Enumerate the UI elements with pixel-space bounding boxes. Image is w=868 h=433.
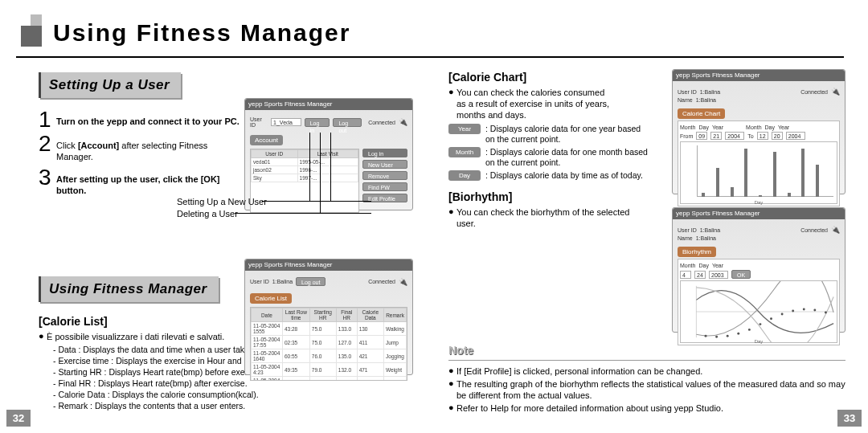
- user-id-label: User ID: [250, 116, 268, 128]
- ok-button[interactable]: OK: [731, 270, 751, 279]
- to-month[interactable]: 12: [757, 132, 768, 140]
- leader-line: [262, 201, 371, 202]
- table-row[interactable]: 11-05-2004 4:2349:3579.0132.0471Weight: [252, 363, 407, 377]
- table-row[interactable]: jason021996-...: [252, 166, 358, 174]
- biorhythm-chart: Day: [680, 280, 837, 343]
- page-title: Using Fitness Manager: [53, 19, 350, 47]
- table-row[interactable]: 11-05-2004 155543:2875.0133.0130Walking: [252, 322, 407, 336]
- note-heading: Note: [448, 341, 845, 357]
- svg-point-8: [770, 317, 772, 320]
- chart-bar: [759, 195, 762, 197]
- to-label: To: [747, 133, 753, 139]
- chart-bar: [702, 193, 705, 197]
- bio-year[interactable]: 2003: [709, 271, 728, 279]
- step-number: 3: [39, 167, 56, 186]
- step-number: 2: [39, 133, 56, 153]
- section-using-fitness-manager: Using Fitness Manager: [39, 276, 219, 302]
- step-text: Click [Account] after selecting Fitness …: [56, 133, 241, 162]
- pill-month: Month: [448, 147, 481, 157]
- window-titlebar: yepp Sports Fitness Manager: [245, 259, 412, 271]
- chart-bar: [801, 149, 805, 197]
- to-day[interactable]: 20: [772, 132, 783, 140]
- bio-month[interactable]: 4: [680, 271, 691, 279]
- logout-button[interactable]: Log out: [296, 277, 326, 286]
- table-row[interactable]: 11-05-2004 12:5508:2075.8132.0475Cycling: [252, 377, 407, 382]
- user-id-value: 1:Balina: [272, 279, 293, 284]
- pill-day: Day: [448, 170, 481, 181]
- to-year[interactable]: 2004: [786, 132, 805, 140]
- section-setting-up-user: Setting Up a User: [39, 72, 181, 98]
- calorie-chart-intro-line1: You can check the calories consumed: [457, 88, 604, 97]
- connected-label: Connected: [368, 279, 395, 284]
- callout-new-user: Setting Up a New User: [177, 197, 267, 206]
- screenshot-calorie-chart: yepp Sports Fitness Manager User ID 1:Ba…: [672, 69, 845, 194]
- svg-point-11: [803, 308, 805, 311]
- tab-calorie-chart[interactable]: Calorie Chart: [678, 108, 725, 119]
- screenshot-account: yepp Sports Fitness Manager User ID 1_Ve…: [244, 98, 413, 210]
- note-item: The resulting graph of the biorhythm ref…: [457, 378, 845, 401]
- window-titlebar: yepp Sports Fitness Manager: [673, 208, 845, 219]
- svg-point-9: [781, 312, 784, 315]
- user-table: User IDLast Visit veda011995-05-... jaso…: [251, 149, 358, 182]
- biorhythm-intro: You can check the biorhythm of the selec…: [457, 206, 637, 229]
- table-row[interactable]: 11-05-2004 17:5502:3575.0127.0411Jump: [252, 336, 407, 349]
- tab-calorie-list[interactable]: Calorie List: [250, 293, 292, 304]
- page-number-left: 32: [6, 410, 31, 427]
- connection-icon: 🔌: [399, 278, 407, 286]
- chart-bar: [744, 149, 747, 197]
- calorie-table: DateLast Row timeStarting HRFinal HRCalo…: [251, 308, 407, 381]
- step-text: Turn on the yepp and connect it to your …: [56, 109, 240, 127]
- user-id-label: User ID: [250, 279, 269, 284]
- svg-point-6: [748, 329, 751, 331]
- chart-bar: [716, 168, 719, 197]
- tab-biorhythm[interactable]: Biorhythm: [678, 247, 716, 257]
- def-year: Year : Displays calorie data for one yea…: [448, 124, 649, 145]
- svg-point-13: [825, 312, 827, 314]
- from-label: From: [680, 133, 693, 139]
- window-titlebar: yepp Sports Fitness Manager: [673, 70, 845, 81]
- page-number-right: 33: [837, 410, 862, 427]
- user-id-value[interactable]: 1_Veda: [271, 118, 301, 126]
- biorhythm-curves: [681, 281, 837, 342]
- def-day: Day : Displays calorie data by time as o…: [448, 170, 649, 181]
- connected-label: Connected: [368, 120, 395, 125]
- calorie-bar-chart: Day: [680, 141, 837, 204]
- chart-bar: [816, 165, 819, 197]
- find-pw-button[interactable]: Find PW: [362, 182, 407, 191]
- step-text: After setting up the user, click the [OK…: [56, 167, 241, 196]
- connection-icon: 🔌: [831, 88, 840, 96]
- connection-icon: 🔌: [831, 226, 840, 234]
- table-row[interactable]: Sky1997-...: [252, 174, 358, 182]
- leader-line: [235, 213, 371, 214]
- connection-icon: 🔌: [399, 118, 407, 126]
- pill-year: Year: [448, 124, 481, 134]
- new-user-button[interactable]: New User: [362, 160, 407, 169]
- note-item: Refer to Help for more detailed informat…: [457, 402, 845, 414]
- from-day[interactable]: 21: [710, 132, 722, 140]
- remove-user-button[interactable]: Remove: [362, 171, 407, 180]
- svg-point-7: [759, 323, 761, 325]
- callout-delete-user: Deleting a User: [177, 209, 238, 219]
- chart-bar: [773, 152, 776, 197]
- window-titlebar: yepp Sports Fitness Manager: [245, 99, 412, 110]
- logout-button[interactable]: Log out: [333, 118, 362, 127]
- from-month[interactable]: 09: [696, 132, 707, 140]
- bio-day[interactable]: 24: [694, 271, 706, 279]
- def-month: Month : Displays calorie data for one mo…: [448, 147, 649, 168]
- side-login-button[interactable]: Log in: [362, 149, 407, 157]
- note-item: If [Edit Profile] is clicked, personal i…: [457, 366, 845, 377]
- table-row[interactable]: 11-05-2004 164060:5576.0135.0421Jogging: [252, 349, 407, 363]
- table-row[interactable]: veda011995-05-...: [252, 158, 358, 166]
- leader-line: [320, 133, 321, 213]
- screenshot-calorie-list: yepp Sports Fitness Manager User ID 1:Ba…: [244, 259, 413, 375]
- svg-point-12: [813, 309, 816, 312]
- chart-bar: [788, 193, 791, 197]
- login-button[interactable]: Log in: [305, 118, 330, 127]
- leader-line: [330, 133, 331, 201]
- chart-bar: [731, 187, 734, 197]
- svg-point-5: [737, 333, 739, 335]
- screenshot-biorhythm: yepp Sports Fitness Manager User ID 1:Ba…: [672, 207, 845, 333]
- leader-line: [309, 133, 310, 201]
- from-year[interactable]: 2004: [725, 132, 744, 140]
- tab-account[interactable]: Account: [250, 135, 283, 145]
